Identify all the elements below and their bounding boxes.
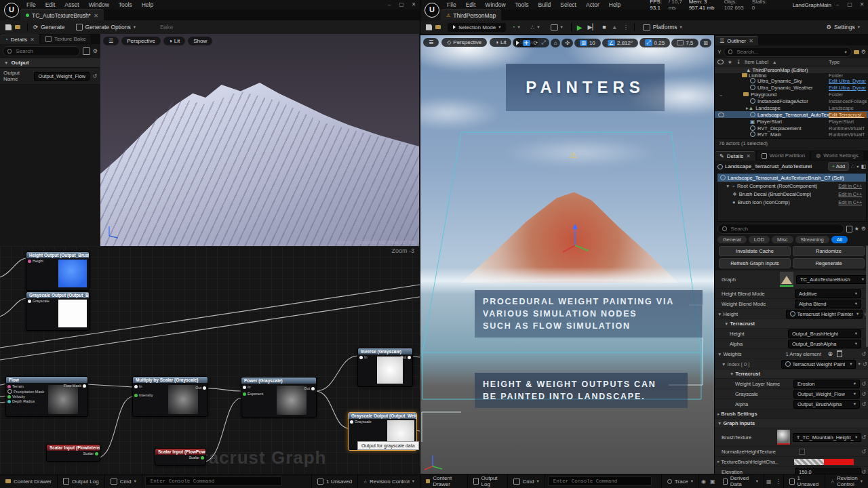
- generate-options-button[interactable]: Generate Options▾: [71, 24, 141, 30]
- brush-viewport[interactable]: ☰ Perspective ◑Lit Show Memory : [Curren…: [100, 34, 419, 246]
- reset-icon[interactable]: ↺: [861, 401, 868, 407]
- bake-button[interactable]: Bake: [155, 24, 178, 30]
- menu-file[interactable]: File: [442, 1, 461, 8]
- more-options-icon[interactable]: ⋮: [776, 479, 781, 485]
- favorites-icon[interactable]: ★: [854, 226, 859, 232]
- unsaved-indicator[interactable]: 1 Unsaved: [783, 474, 826, 488]
- unsaved-indicator[interactable]: 1 Unsaved: [311, 474, 358, 488]
- coord-space-icon[interactable]: ⌂: [554, 40, 557, 46]
- node-alpha-output[interactable]: Grayscale Output (Output_BrushAlpha) Gra…: [26, 291, 90, 331]
- reset-icon[interactable]: ↺: [861, 381, 868, 387]
- outliner-row[interactable]: ▣PlayerStart PlayerStart: [715, 118, 868, 125]
- pin-scalar[interactable]: [201, 456, 204, 460]
- new-folder-icon[interactable]: [854, 50, 859, 54]
- display-filter-icon[interactable]: [83, 47, 90, 55]
- node-inverse[interactable]: Inverse (Grayscale) In Out: [357, 348, 413, 387]
- terracrust-alpha-dropdown[interactable]: Output_BrushAlpha▾: [788, 340, 861, 348]
- eject-button[interactable]: ▲: [612, 24, 618, 30]
- blueprints-button[interactable]: ∴▾: [526, 24, 545, 30]
- details-search[interactable]: [3, 46, 80, 56]
- section-brush-settings[interactable]: ▸Brush Settings: [715, 409, 868, 419]
- show-dropdown[interactable]: Show: [188, 37, 212, 45]
- delete-elements-icon[interactable]: [837, 350, 842, 357]
- tab-world-partition[interactable]: World Partition: [757, 151, 810, 160]
- grayscale-dropdown[interactable]: Output_Weight_Flow▾: [793, 390, 860, 399]
- tree-row[interactable]: ▼⌁ Root Component (RootComponent) Edit i…: [717, 182, 866, 190]
- blueprint-edit-icon[interactable]: ∴: [851, 163, 854, 169]
- skip-button[interactable]: ▶▏: [587, 24, 597, 30]
- node-height-output[interactable]: Height Output (Output_BrushHeight) Heigh…: [26, 251, 90, 291]
- menu-help[interactable]: Help: [137, 1, 158, 8]
- display-filter-icon[interactable]: [846, 226, 852, 232]
- stop-button[interactable]: ■: [602, 24, 606, 30]
- filter-icon[interactable]: ⋎: [717, 49, 722, 55]
- pin-velocity[interactable]: [7, 395, 11, 399]
- output-log-button[interactable]: Output Log: [58, 474, 105, 488]
- menu-tools[interactable]: Tools: [511, 1, 534, 8]
- save-icon[interactable]: [5, 24, 12, 30]
- node-multiply[interactable]: Multiply by Scalar (Grayscale) In Intens…: [132, 376, 208, 417]
- refresh-graph-inputs-button[interactable]: Refresh Graph Inputs: [719, 258, 791, 268]
- edit-blueprint-link[interactable]: Edit Ultra_Dynar: [829, 78, 867, 84]
- reset-icon[interactable]: ↺: [861, 449, 868, 455]
- lock-icon[interactable]: ◧: [861, 163, 866, 169]
- node-graph-panel[interactable]: Terracrust Graph Zoom -3: [0, 246, 420, 474]
- pin-grayscale[interactable]: [350, 420, 353, 424]
- pin-precipitation-mask[interactable]: [7, 389, 12, 394]
- pin-height[interactable]: [28, 260, 31, 263]
- weight-blend-dropdown[interactable]: Alpha Blend▾: [795, 300, 861, 308]
- section-graph-inputs[interactable]: ▼Graph Inputs: [715, 419, 868, 428]
- output-name-field[interactable]: Output_Weight_Flow: [34, 72, 90, 81]
- settings-dropdown[interactable]: ⚙Settings▾: [821, 24, 865, 30]
- node-flow[interactable]: Flow Terrain Precipitation Mask Velocity…: [5, 376, 88, 417]
- level-viewport[interactable]: ⚠ ☰ ◇Perspective ◑Lit Show ✛ ⟳ ⤢ ⌂ ✣ ⊞10…: [420, 35, 714, 474]
- console-input[interactable]: [145, 476, 282, 486]
- pin-in[interactable]: [243, 386, 246, 389]
- tab-details[interactable]: ✎Details✕: [715, 151, 755, 161]
- category-lod[interactable]: LOD: [749, 236, 770, 243]
- item-label-column[interactable]: Item Label: [745, 59, 768, 65]
- edit-terracrust-link[interactable]: Edit Terracrust_: [829, 112, 867, 118]
- category-streaming[interactable]: Streaming: [795, 236, 829, 243]
- browse-icon[interactable]: [15, 25, 20, 29]
- close-button[interactable]: ✕: [408, 1, 420, 9]
- reset-icon[interactable]: ↺: [861, 391, 868, 397]
- tab-close-icon[interactable]: ✕: [94, 12, 98, 19]
- pin-scalar[interactable]: [95, 452, 98, 455]
- insights-icon[interactable]: ◉: [701, 479, 706, 485]
- tree-row-self[interactable]: Landscape_Terracrust_AutoTextureBrush_C7…: [717, 174, 866, 182]
- menu-asset[interactable]: Asset: [60, 1, 83, 8]
- outliner-row[interactable]: RVT_Main RuntimeVirtualT: [715, 131, 868, 137]
- alpha-dropdown[interactable]: Output_BrushAlpha▾: [793, 400, 860, 409]
- outliner-row[interactable]: RVT_Displacement RuntimeVirtualT: [715, 125, 868, 131]
- details-search[interactable]: [717, 224, 844, 234]
- brush-texture-dropdown[interactable]: T_TC_Mountain_Height_▾: [793, 433, 861, 442]
- pin-in[interactable]: [134, 385, 138, 388]
- viewport-layout-icon[interactable]: ⊞: [703, 40, 708, 46]
- asset-tab[interactable]: TC_AutoTextureBrush* ✕: [20, 9, 104, 20]
- cinematics-button[interactable]: ▾: [545, 24, 568, 30]
- tab-texture-bake[interactable]: Texture Bake: [41, 35, 91, 43]
- scale-tool-icon[interactable]: ⤢: [541, 39, 545, 46]
- perspective-dropdown[interactable]: ◇Perspective: [441, 38, 487, 47]
- browse-icon[interactable]: [435, 25, 441, 29]
- add-component-button[interactable]: + Add: [828, 162, 849, 171]
- menu-actor[interactable]: Actor: [581, 1, 604, 8]
- rotation-snap-control[interactable]: ∠2,812°: [602, 39, 638, 47]
- outliner-settings-icon[interactable]: ⚙: [861, 49, 866, 55]
- section-terracrust2[interactable]: ▼Terracrust: [715, 369, 868, 379]
- details-settings-icon[interactable]: ⚙: [861, 226, 866, 232]
- edit-in-cpp-link[interactable]: Edit in C++: [838, 192, 866, 197]
- console-input[interactable]: [548, 476, 652, 486]
- play-button[interactable]: ▶: [577, 24, 583, 31]
- menu-file[interactable]: File: [22, 1, 41, 8]
- reset-icon[interactable]: ↺: [863, 361, 867, 367]
- minimize-button[interactable]: –: [383, 1, 395, 9]
- close-button[interactable]: ✕: [856, 1, 868, 9]
- pin-terrain[interactable]: [7, 385, 11, 388]
- height-painter-dropdown[interactable]: Terracrust Height Painter▾: [786, 310, 863, 319]
- outliner-row[interactable]: ▸ ▲Landscape Landscape: [715, 104, 868, 111]
- content-drawer-button[interactable]: Content Drawer: [420, 474, 468, 488]
- tree-row[interactable]: ❖ Brush Decal (BrushDecalComp) Edit in C…: [717, 190, 866, 198]
- menu-tools[interactable]: Tools: [114, 1, 137, 8]
